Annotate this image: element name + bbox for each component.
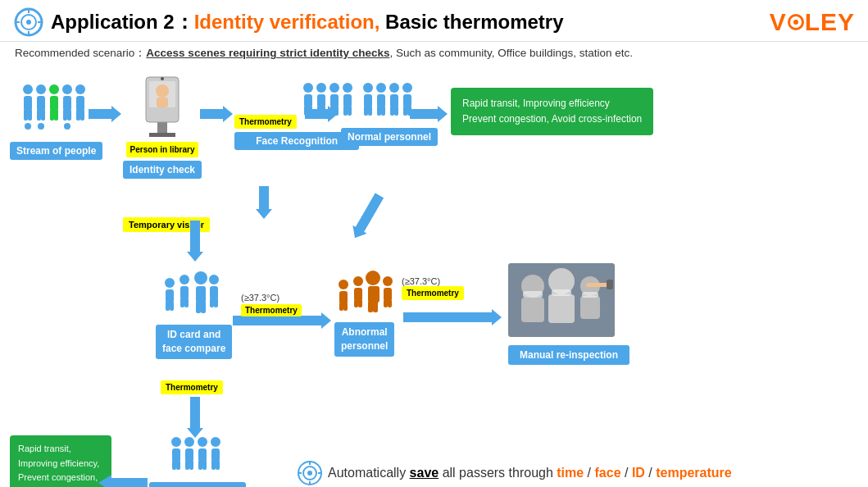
- svg-point-2: [26, 20, 31, 25]
- manual-re-inspection-label: Manual re-inspection: [508, 345, 629, 365]
- app-number: Application 2：: [51, 11, 194, 33]
- svg-rect-138: [211, 460, 216, 470]
- svg-rect-98: [354, 288, 362, 301]
- svg-rect-58: [364, 106, 368, 116]
- bottom-normal-personnel: Normal personnel: [149, 434, 246, 487]
- svg-point-35: [156, 84, 169, 98]
- svg-rect-134: [198, 460, 202, 470]
- svg-rect-81: [180, 286, 189, 299]
- svg-point-132: [198, 437, 207, 447]
- svg-point-97: [353, 276, 363, 286]
- svg-rect-20: [63, 96, 71, 111]
- svg-point-47: [329, 83, 339, 93]
- svg-rect-86: [196, 301, 201, 313]
- thermometry-tag-bottom: Thermometry: [161, 380, 223, 394]
- identity-text: Identity verification,: [194, 11, 380, 33]
- svg-rect-66: [390, 106, 394, 116]
- svg-rect-87: [201, 301, 206, 313]
- svg-rect-77: [166, 289, 174, 303]
- svg-rect-102: [368, 286, 379, 303]
- svg-marker-30: [89, 106, 121, 122]
- rapid-transit-green-bottom: Rapid transit, Improving efficiency, Pre…: [10, 435, 111, 487]
- svg-rect-130: [185, 460, 189, 470]
- arrow-id-abnormal: (≥37.3°C) Thermometry: [233, 311, 331, 334]
- svg-rect-121: [607, 280, 613, 289]
- threshold-diag: (≥37.3°C): [402, 276, 440, 286]
- manual-photo: [508, 263, 615, 337]
- svg-rect-65: [390, 94, 398, 107]
- svg-rect-83: [184, 298, 189, 307]
- thermometry-tag-diag: Thermometry: [402, 286, 464, 300]
- svg-rect-62: [377, 106, 381, 116]
- svg-rect-36: [157, 98, 168, 107]
- svg-rect-10: [28, 109, 32, 121]
- svg-point-60: [376, 83, 386, 93]
- arrow-4: [410, 104, 448, 127]
- svg-rect-100: [358, 299, 362, 307]
- svg-rect-135: [202, 460, 207, 470]
- svg-point-68: [402, 83, 412, 93]
- auto-save-text: Automatically save all passers through t…: [328, 466, 732, 480]
- person-in-library-tag: Person in library: [126, 142, 199, 157]
- svg-point-88: [209, 275, 219, 284]
- thermometry-tag-id: Thermometry: [241, 304, 302, 316]
- svg-point-23: [75, 84, 85, 94]
- normal-personnel-label: Normal personnel: [341, 128, 438, 146]
- arrow-abnormal-manual: [403, 307, 502, 330]
- svg-point-11: [36, 84, 46, 94]
- svg-rect-106: [384, 288, 392, 301]
- stream-label: Stream of people: [10, 142, 102, 160]
- svg-point-142: [307, 471, 312, 476]
- svg-point-101: [366, 271, 380, 285]
- svg-rect-13: [37, 109, 41, 121]
- bottom-normal-label: Normal personnel: [149, 482, 246, 487]
- svg-rect-61: [377, 94, 385, 107]
- svg-point-84: [194, 271, 207, 284]
- svg-rect-21: [63, 109, 67, 121]
- svg-point-124: [171, 437, 181, 447]
- svg-point-28: [38, 123, 44, 130]
- svg-rect-127: [176, 460, 180, 470]
- svg-marker-109: [403, 309, 502, 325]
- down-arrow-id: [185, 221, 205, 265]
- diagonal-arrow: [345, 190, 389, 245]
- svg-rect-126: [172, 460, 176, 470]
- scenario-text: Recommended scenario：Access scenes requi…: [0, 42, 868, 65]
- abnormal-label: Abnormal personnel: [334, 322, 394, 357]
- svg-rect-129: [185, 448, 193, 462]
- svg-rect-79: [170, 301, 174, 311]
- svg-rect-137: [211, 448, 220, 462]
- svg-point-80: [180, 275, 189, 284]
- svg-point-39: [303, 83, 313, 93]
- rest-title: Basic thermometry: [379, 11, 563, 33]
- svg-marker-38: [200, 106, 233, 122]
- svg-rect-91: [214, 298, 218, 307]
- svg-rect-25: [76, 109, 80, 121]
- svg-rect-59: [368, 106, 372, 116]
- thermometry-tag-1: Thermometry: [234, 115, 297, 129]
- svg-point-64: [389, 83, 399, 93]
- svg-rect-139: [216, 460, 220, 470]
- svg-rect-82: [180, 298, 184, 307]
- svg-rect-117: [523, 291, 543, 298]
- id-card-label: ID card and face compare: [156, 325, 232, 359]
- svg-point-136: [211, 437, 220, 447]
- svg-rect-85: [196, 286, 206, 303]
- svg-marker-73: [256, 186, 272, 219]
- abnormal-personnel-group: Abnormal personnel: [334, 268, 394, 357]
- svg-rect-31: [157, 122, 167, 134]
- svg-point-105: [383, 276, 393, 286]
- svg-point-93: [339, 280, 348, 289]
- svg-point-128: [184, 437, 194, 447]
- svg-rect-112: [521, 298, 544, 322]
- svg-rect-118: [552, 289, 571, 296]
- svg-point-27: [25, 123, 31, 130]
- svg-point-15: [49, 84, 59, 94]
- svg-rect-96: [343, 303, 348, 311]
- svg-rect-108: [388, 299, 392, 307]
- svg-rect-95: [339, 303, 343, 311]
- svg-point-56: [363, 83, 373, 93]
- svg-rect-116: [580, 296, 600, 319]
- svg-point-37: [161, 77, 164, 80]
- svg-marker-55: [305, 106, 338, 122]
